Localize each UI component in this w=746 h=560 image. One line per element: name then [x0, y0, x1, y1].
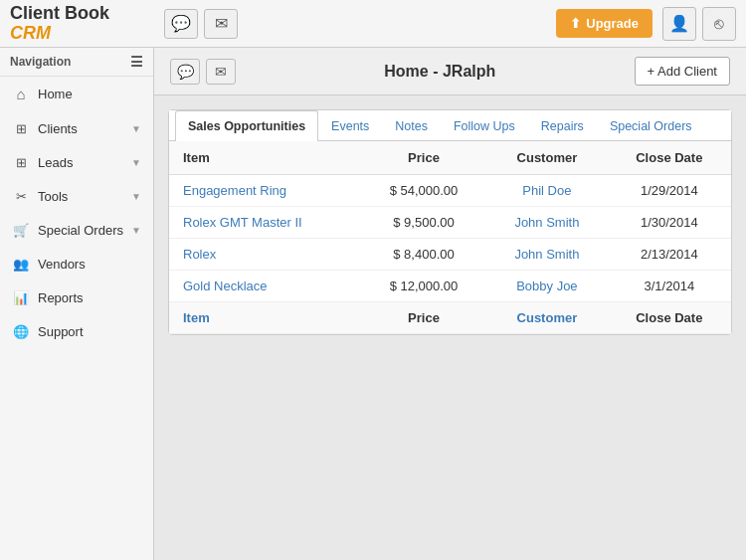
sidebar-collapse-icon[interactable]: ☰	[130, 54, 143, 70]
row-0-item[interactable]: Engagement Ring	[169, 175, 361, 207]
row-1-close-date: 1/30/2014	[608, 207, 731, 239]
leads-icon: ⊞	[12, 155, 30, 170]
sidebar-item-home[interactable]: ⌂ Home	[0, 77, 153, 112]
logout-icon-button[interactable]: ⎋	[702, 7, 736, 41]
special-orders-arrow-icon: ▼	[131, 225, 141, 236]
profile-icon-button[interactable]: 👤	[662, 7, 696, 41]
sidebar-item-special-orders[interactable]: 🛒 Special Orders ▼	[0, 214, 153, 248]
upgrade-label: Upgrade	[586, 16, 639, 31]
app-name: Client BookCRM	[10, 4, 109, 44]
col-header-item: Item	[169, 141, 361, 175]
tab-special-orders[interactable]: Special Orders	[597, 110, 705, 141]
sidebar-tools-label: Tools	[38, 189, 123, 204]
tools-icon: ✂	[12, 189, 30, 204]
footer-close-date: Close Date	[608, 302, 731, 334]
leads-arrow-icon: ▼	[131, 157, 141, 168]
tab-repairs[interactable]: Repairs	[528, 110, 597, 141]
clients-arrow-icon: ▼	[131, 123, 141, 134]
sidebar-special-orders-label: Special Orders	[38, 223, 123, 238]
sidebar-clients-label: Clients	[38, 121, 123, 136]
table-footer-row: Item Price Customer Close Date	[169, 302, 731, 334]
main-chat-icon-button[interactable]: 💬	[170, 59, 200, 85]
row-3-close-date: 3/1/2014	[608, 271, 731, 302]
row-1-item[interactable]: Rolex GMT Master II	[169, 207, 361, 239]
sales-table: Item Price Customer Close Date Engagemen…	[169, 141, 731, 334]
row-0-price: $ 54,000.00	[361, 175, 486, 207]
upgrade-icon: ⬆	[570, 16, 581, 31]
chat-icon-button[interactable]: 💬	[164, 9, 198, 39]
row-3-price: $ 12,000.00	[361, 271, 486, 302]
reports-icon: 📊	[12, 290, 30, 305]
row-2-close-date: 2/13/2014	[608, 239, 731, 271]
footer-price: Price	[361, 302, 486, 334]
page-title: Home - JRalph	[384, 63, 495, 81]
row-2-item[interactable]: Rolex	[169, 239, 361, 271]
sidebar-item-reports[interactable]: 📊 Reports	[0, 281, 153, 315]
mail-icon-button[interactable]: ✉	[204, 9, 238, 39]
sidebar-leads-label: Leads	[38, 155, 123, 170]
clients-icon: ⊞	[12, 121, 30, 136]
table-header-row: Item Price Customer Close Date	[169, 141, 731, 175]
table-row: Gold Necklace$ 12,000.00Bobby Joe3/1/201…	[169, 271, 731, 302]
tab-notes[interactable]: Notes	[382, 110, 441, 141]
row-2-price: $ 8,400.00	[361, 239, 486, 271]
col-header-price: Price	[361, 141, 486, 175]
row-1-price: $ 9,500.00	[361, 207, 486, 239]
sidebar-item-clients[interactable]: ⊞ Clients ▼	[0, 112, 153, 146]
sidebar-item-vendors[interactable]: 👥 Vendors	[0, 248, 153, 281]
home-icon: ⌂	[12, 86, 30, 102]
upgrade-button[interactable]: ⬆ Upgrade	[556, 9, 653, 38]
tab-follow-ups[interactable]: Follow Ups	[441, 110, 528, 141]
vendors-icon: 👥	[12, 257, 30, 272]
support-icon: 🌐	[12, 324, 30, 339]
tab-events[interactable]: Events	[318, 110, 382, 141]
sidebar-item-tools[interactable]: ✂ Tools ▼	[0, 180, 153, 214]
navigation-label: Navigation	[10, 55, 71, 69]
row-3-item[interactable]: Gold Necklace	[169, 271, 361, 302]
add-client-label: + Add Client	[648, 64, 717, 79]
row-3-customer[interactable]: Bobby Joe	[486, 271, 608, 302]
row-2-customer[interactable]: John Smith	[486, 239, 608, 271]
col-header-customer: Customer	[486, 141, 608, 175]
row-0-customer[interactable]: Phil Doe	[486, 175, 608, 207]
main-mail-icon-button[interactable]: ✉	[206, 59, 236, 85]
row-0-close-date: 1/29/2014	[608, 175, 731, 207]
table-row: Rolex GMT Master II$ 9,500.00John Smith1…	[169, 207, 731, 239]
tab-sales-opportunities[interactable]: Sales Opportunities	[175, 110, 318, 141]
col-header-close-date: Close Date	[608, 141, 731, 175]
tools-arrow-icon: ▼	[131, 191, 141, 202]
tabs-bar: Sales Opportunities Events Notes Follow …	[169, 110, 731, 141]
app-sub: CRM	[10, 23, 51, 43]
row-1-customer[interactable]: John Smith	[486, 207, 608, 239]
sidebar-reports-label: Reports	[38, 290, 141, 305]
special-orders-icon: 🛒	[12, 223, 30, 238]
sidebar-vendors-label: Vendors	[38, 257, 141, 272]
table-row: Rolex$ 8,400.00John Smith2/13/2014	[169, 239, 731, 271]
add-client-button[interactable]: + Add Client	[635, 57, 730, 86]
sidebar-item-support[interactable]: 🌐 Support	[0, 315, 153, 349]
sidebar-support-label: Support	[38, 324, 141, 339]
table-row: Engagement Ring$ 54,000.00Phil Doe1/29/2…	[169, 175, 731, 207]
footer-customer: Customer	[486, 302, 608, 334]
sidebar-item-leads[interactable]: ⊞ Leads ▼	[0, 146, 153, 180]
sidebar-home-label: Home	[38, 87, 141, 101]
footer-item: Item	[169, 302, 361, 334]
